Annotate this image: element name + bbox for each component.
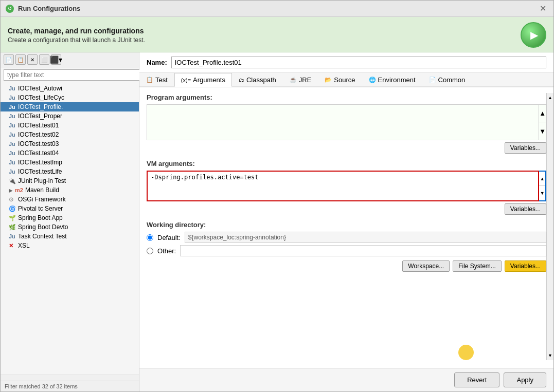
list-item: IOCTest_Profile.	[18, 103, 63, 110]
tree-item-proper[interactable]: Ju IOCTest_Proper	[1, 111, 139, 121]
list-item: XSL	[18, 242, 30, 249]
tab-arguments[interactable]: (x)= Arguments	[174, 73, 232, 87]
tree-item-testimpl[interactable]: Ju IOCTest.testImp	[1, 158, 139, 167]
vm-args-input[interactable]: -Dspring.profiles.active=test	[147, 171, 539, 201]
delete-config-button[interactable]: ✕	[27, 54, 38, 65]
tree-item-junit-plugin[interactable]: 🔌 JUnit Plug-in Test	[1, 176, 139, 185]
filesystem-button[interactable]: File System...	[453, 260, 502, 272]
tree-item-testlife[interactable]: Ju IOCTest.testLife	[1, 167, 139, 176]
tree-item-test02[interactable]: Ju IOCTest.test02	[1, 130, 139, 139]
title-bar: Run Configurations ✕	[1, 1, 553, 17]
arguments-tab-content: Program arguments: ▲ ▼ Variables... VM	[139, 87, 553, 368]
vm-args-variables-button[interactable]: Variables...	[505, 203, 546, 215]
variables-button[interactable]: Variables...	[505, 260, 546, 272]
filter-input[interactable]	[4, 69, 142, 81]
header-subtitle: Create a configuration that will launch …	[8, 36, 145, 44]
name-input[interactable]	[171, 57, 546, 68]
horizontal-scrollbar[interactable]	[1, 375, 139, 381]
tree-item-maven[interactable]: ▶ m2 Maven Build	[1, 185, 139, 195]
tab-arguments-label: Arguments	[193, 76, 225, 84]
program-args-scrollbar-up[interactable]: ▲	[539, 105, 546, 122]
bottom-bar: Revert Apply	[139, 368, 553, 391]
tab-common[interactable]: 📄 Common	[422, 73, 472, 86]
expand-button[interactable]: ⬛▾	[51, 54, 61, 65]
working-dir-section: Working directory: Default: Other: Works…	[147, 221, 546, 272]
tree-item-autowrite[interactable]: Ju IOCTest_Autowi	[1, 84, 139, 93]
list-item: IOCTest.testImp	[18, 159, 62, 166]
program-args-variables-row: Variables...	[147, 142, 546, 154]
common-tab-icon: 📄	[429, 77, 436, 83]
tab-environment-label: Environment	[378, 76, 416, 84]
list-item: IOCTest.test02	[18, 131, 59, 138]
workspace-button[interactable]: Workspace...	[402, 260, 450, 272]
tree-item-test04[interactable]: Ju IOCTest.test04	[1, 148, 139, 158]
tab-jre-label: JRE	[299, 76, 312, 84]
junit-icon: Ju	[9, 113, 16, 119]
right-scrollbar[interactable]: ▲ ▼	[546, 93, 553, 360]
other-radio-row: Other:	[147, 245, 546, 256]
tree-item-lifecycle[interactable]: Ju IOCTest_LifeCyc	[1, 93, 139, 102]
list-item: Pivotal tc Server	[18, 205, 63, 212]
list-item: Task Context Test	[18, 233, 67, 240]
apply-button[interactable]: Apply	[504, 372, 546, 387]
tab-jre[interactable]: ☕ JRE	[283, 73, 318, 86]
xsl-icon: ✕	[9, 242, 16, 249]
list-item: IOCTest.testLife	[18, 168, 62, 175]
classpath-tab-icon: 🗂	[239, 77, 244, 83]
other-radio-label: Other:	[157, 247, 176, 255]
vm-args-label: VM arguments:	[147, 160, 546, 167]
app-icon	[6, 5, 14, 13]
left-panel: 📄 📋 ✕ ⬜ ⬛▾ Ju IOCTest_Autowi Ju IOCTest_…	[1, 52, 139, 391]
filter-button[interactable]: ⬜	[39, 54, 49, 65]
list-item: IOCTest.test03	[18, 140, 59, 147]
tab-source-label: Source	[334, 76, 355, 84]
tree-item-xsl[interactable]: ✕ XSL	[1, 241, 139, 250]
program-args-variables-button[interactable]: Variables...	[505, 142, 546, 154]
right-scrollbar-up[interactable]: ▲	[548, 95, 552, 100]
tree-item-task-context[interactable]: Ju Task Context Test	[1, 232, 139, 241]
list-item: JUnit Plug-in Test	[18, 177, 66, 184]
other-dir-input[interactable]	[180, 245, 546, 256]
list-item: IOCTest_Proper	[18, 113, 62, 120]
tree-item-spring-devtools[interactable]: 🌿 Spring Boot Devto	[1, 222, 139, 232]
filter-status: Filter matched 32 of 32 items	[1, 381, 139, 391]
header-area: Create, manage, and run configurations C…	[1, 17, 553, 52]
program-args-scrollbar-down[interactable]: ▼	[539, 122, 546, 140]
revert-button[interactable]: Revert	[454, 372, 499, 387]
source-tab-icon: 📂	[325, 77, 332, 83]
program-args-section: Program arguments: ▲ ▼ Variables...	[147, 94, 546, 154]
program-args-label: Program arguments:	[147, 94, 546, 101]
tab-classpath[interactable]: 🗂 Classpath	[232, 73, 283, 86]
tab-environment[interactable]: 🌐 Environment	[362, 73, 422, 86]
close-button[interactable]: ✕	[538, 4, 548, 13]
maven-icon: m2	[15, 187, 23, 193]
vm-args-variables-row: Variables...	[147, 203, 546, 215]
tree-item-osgi[interactable]: ⊙ OSGi Framework	[1, 195, 139, 204]
tab-test[interactable]: 📋 Test	[139, 73, 174, 86]
other-radio[interactable]	[147, 248, 153, 254]
default-radio-label: Default:	[157, 234, 181, 241]
default-radio[interactable]	[147, 234, 153, 241]
tabs-bar: 📋 Test (x)= Arguments 🗂 Classpath ☕ JRE …	[139, 73, 553, 87]
program-args-input[interactable]	[147, 104, 539, 140]
default-dir-input[interactable]	[185, 232, 546, 243]
tree-item-spring-boot[interactable]: 🌱 Spring Boot App	[1, 213, 139, 222]
run-button[interactable]	[521, 22, 546, 48]
tree-item-test01[interactable]: Ju IOCTest.test01	[1, 121, 139, 130]
new-config-button[interactable]: 📄	[4, 54, 14, 65]
list-item: IOCTest.test04	[18, 150, 59, 157]
tab-source[interactable]: 📂 Source	[318, 73, 362, 86]
task-junit-icon: Ju	[9, 233, 16, 239]
right-scrollbar-down[interactable]: ▼	[548, 353, 552, 358]
copy-config-button[interactable]: 📋	[15, 54, 26, 65]
plugin-icon: 🔌	[9, 178, 16, 184]
vm-args-scrollbar-down[interactable]: ▼	[539, 186, 545, 200]
list-item: Maven Build	[25, 186, 59, 194]
tree-item-profile[interactable]: Ju IOCTest_Profile.	[1, 102, 139, 111]
junit-icon: Ju	[9, 169, 16, 175]
window-title: Run Configurations	[18, 5, 80, 12]
vm-args-scrollbar-up[interactable]: ▲	[539, 172, 545, 186]
tree-item-pivotal[interactable]: 🌀 Pivotal tc Server	[1, 204, 139, 213]
test-tab-icon: 📋	[146, 77, 153, 83]
tree-item-test03[interactable]: Ju IOCTest.test03	[1, 139, 139, 148]
